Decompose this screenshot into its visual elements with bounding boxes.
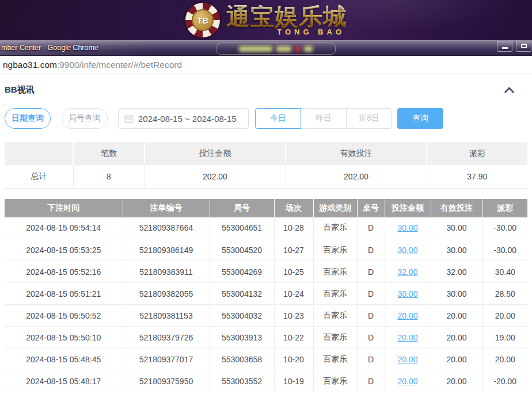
bet-amount-link[interactable]: 30.00 [397, 289, 417, 298]
bet-cell-table: D [357, 327, 385, 349]
site-banner: TB 通宝娱乐城 TONG BAO [0, 0, 532, 40]
calendar-icon [124, 114, 133, 123]
blurred-balance-box [216, 43, 336, 55]
bet-cell-valid: 20.00 [431, 327, 482, 349]
today-button[interactable]: 今日 [255, 108, 301, 129]
bet-amount-link[interactable]: 30.00 [397, 246, 417, 255]
bet-cell-bet-id: 521809375950 [123, 370, 210, 392]
bet-cell-payout: -30.00 [482, 217, 527, 239]
summary-total-row: 总计8202.00202.0037.90 [5, 165, 527, 188]
round-query-tab[interactable]: 局号查询 [62, 108, 108, 129]
date-query-tab[interactable]: 日期查询 [5, 108, 51, 129]
bet-cell-session: 10-22 [274, 327, 313, 349]
bet-cell-game: 百家乐 [313, 261, 357, 283]
bet-cell-amount: 20.00 [385, 349, 431, 370]
bet-cell-game: 百家乐 [313, 305, 357, 327]
bet-cell-time: 2024-08-15 05:53:25 [5, 239, 123, 261]
bet-cell-session: 10-24 [274, 283, 313, 305]
yesterday-button[interactable]: 昨日 [301, 108, 347, 129]
bet-cell-round-id: 553004651 [210, 217, 274, 239]
address-bar[interactable]: ngbao31.com:9900/infe/mcenter/#/betRecor… [0, 56, 532, 74]
blurred-text-blob [239, 46, 272, 52]
blurred-text-blob [304, 46, 313, 52]
bet-cell-round-id: 553004032 [210, 305, 274, 327]
bet-cell-amount: 30.00 [385, 283, 431, 305]
bet-cell-valid: 20.00 [431, 305, 482, 327]
bet-cell-payout: -20.00 [482, 370, 527, 392]
bet-cell-payout: 20.00 [482, 305, 527, 327]
bet-cell-round-id: 553004269 [210, 261, 274, 283]
bet-cell-game: 百家乐 [313, 283, 357, 305]
bet-cell-round-id: 553004520 [210, 239, 274, 261]
bet-row: 2024-08-15 05:52:16521809383911553004269… [5, 261, 527, 283]
bet-cell-valid: 32.00 [431, 261, 482, 283]
bets-column-header: 投注金额 [385, 199, 431, 217]
bet-amount-link[interactable]: 20.00 [397, 311, 417, 320]
bet-cell-amount: 20.00 [385, 305, 431, 327]
bet-cell-game: 百家乐 [313, 370, 357, 392]
bet-cell-round-id: 553003913 [210, 327, 274, 349]
bet-cell-time: 2024-08-15 05:48:17 [5, 370, 123, 392]
page-title: BB视讯 [5, 85, 35, 95]
bet-amount-link[interactable]: 32.00 [397, 267, 417, 277]
bet-cell-valid: 30.00 [431, 217, 482, 239]
bet-cell-time: 2024-08-15 05:54:14 [5, 217, 123, 239]
search-button[interactable]: 查询 [397, 108, 443, 129]
bet-cell-amount: 20.00 [385, 327, 431, 349]
bet-cell-game: 百家乐 [313, 349, 357, 370]
bet-row: 2024-08-15 05:53:25521809386149553004520… [5, 239, 527, 261]
maximize-button[interactable] [516, 41, 531, 52]
window-controls [497, 41, 531, 52]
blurred-text-blob-red [295, 46, 300, 52]
bet-amount-link[interactable]: 20.00 [397, 377, 417, 386]
bets-column-header: 桌号 [357, 199, 385, 217]
url-path: :9900/infe/mcenter/#/betRecord [57, 60, 182, 70]
bet-cell-bet-id: 521809377017 [123, 349, 210, 370]
bet-cell-bet-id: 521809386149 [123, 239, 210, 261]
bets-header-row: 下注时间注单编号局号场次游戏类别桌号投注金额有效投注派彩 [5, 199, 527, 217]
bet-row: 2024-08-15 05:48:45521809377017553003658… [5, 349, 527, 370]
bet-cell-payout: 30.40 [482, 261, 527, 283]
bet-row: 2024-08-15 05:48:17521809375950553003552… [5, 370, 527, 392]
bet-cell-payout: 20.00 [482, 349, 527, 370]
summary-column-header: 笔数 [73, 142, 145, 165]
bet-cell-time: 2024-08-15 05:51:21 [5, 283, 123, 305]
bet-cell-table: D [357, 370, 385, 392]
bet-amount-link[interactable]: 30.00 [397, 223, 417, 232]
bet-cell-amount: 20.00 [385, 370, 431, 392]
bet-cell-table: D [357, 283, 385, 305]
window-title: mber Center - Google Chrome [1, 44, 98, 52]
bet-amount-link[interactable]: 20.00 [397, 333, 417, 342]
bets-body: 2024-08-15 05:54:14521809387664553004651… [5, 217, 527, 392]
bet-records-table: 下注时间注单编号局号场次游戏类别桌号投注金额有效投注派彩 2024-08-15 … [5, 199, 527, 393]
bet-cell-amount: 32.00 [385, 261, 431, 283]
summary-column-header: 投注金额 [145, 142, 286, 165]
bet-cell-table: D [357, 217, 385, 239]
bet-amount-link[interactable]: 20.00 [397, 355, 417, 364]
bets-column-header: 派彩 [482, 199, 527, 217]
summary-column-header [5, 142, 73, 165]
bet-cell-bet-id: 521809383911 [123, 261, 210, 283]
summary-cell: 总计 [5, 165, 73, 188]
bets-column-header: 局号 [210, 199, 274, 217]
summary-header-row: 笔数投注金额有效投注派彩 [5, 142, 527, 165]
bet-cell-table: D [357, 349, 385, 370]
date-range-value: 2024-08-15 ~ 2024-08-15 [138, 114, 237, 124]
bet-cell-session: 10-23 [274, 305, 313, 327]
blurred-text-blob [276, 46, 291, 52]
minimize-button[interactable] [497, 41, 512, 52]
bet-cell-table: D [357, 305, 385, 327]
date-range-picker[interactable]: 2024-08-15 ~ 2024-08-15 [118, 108, 249, 129]
bet-cell-time: 2024-08-15 05:52:16 [5, 261, 123, 283]
summary-column-header: 派彩 [427, 142, 527, 165]
summary-column-header: 有效投注 [286, 142, 427, 165]
bet-row: 2024-08-15 05:50:10521809379726553003913… [5, 327, 527, 349]
bet-cell-time: 2024-08-15 05:48:45 [5, 349, 123, 370]
collapse-section-button[interactable] [504, 86, 515, 94]
bet-cell-session: 10-20 [274, 349, 313, 370]
bet-row: 2024-08-15 05:50:52521809381153553004032… [5, 305, 527, 327]
site-logo: TB 通宝娱乐城 TONG BAO [0, 2, 532, 38]
last-8-days-button[interactable]: 近8日 [346, 108, 392, 129]
bets-column-header: 有效投注 [431, 199, 482, 217]
url-host: ngbao31.com [3, 60, 57, 70]
